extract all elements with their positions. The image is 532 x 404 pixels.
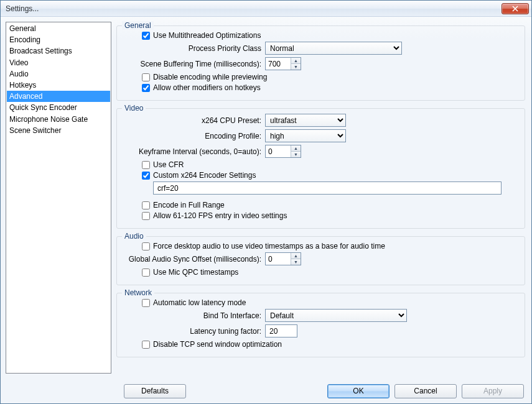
lbl-allow-fps: Allow 61-120 FPS entry in video settings: [153, 211, 287, 220]
chk-cfr[interactable]: [142, 161, 150, 169]
chk-mic-qpc[interactable]: [142, 269, 150, 277]
spin-keyframe-input[interactable]: [266, 145, 291, 157]
lbl-latency: Latency tuning factor:: [123, 327, 265, 336]
input-latency[interactable]: [265, 324, 297, 337]
group-network: Network Automatic low latency mode Bind …: [116, 293, 525, 357]
combo-bind[interactable]: Default: [265, 309, 407, 322]
sidebar: General Encoding Broadcast Settings Vide…: [6, 22, 111, 374]
group-general-legend: General: [122, 21, 154, 30]
chk-auto-low[interactable]: [142, 299, 150, 307]
chk-full-range[interactable]: [142, 201, 150, 209]
chk-custom-x264[interactable]: [142, 172, 150, 180]
group-video-legend: Video: [122, 104, 146, 112]
close-icon: [512, 6, 518, 12]
group-network-legend: Network: [122, 288, 154, 297]
chk-multithreaded[interactable]: [142, 32, 150, 40]
cancel-button[interactable]: Cancel: [394, 384, 457, 398]
sidebar-item-noisegate[interactable]: Microphone Noise Gate: [7, 114, 110, 125]
apply-button[interactable]: Apply: [462, 384, 524, 398]
lbl-bind: Bind To Interface:: [123, 311, 265, 320]
lbl-custom-x264: Custom x264 Encoder Settings: [153, 171, 256, 180]
ok-button[interactable]: OK: [327, 384, 390, 398]
sidebar-item-video[interactable]: Video: [7, 57, 110, 68]
chk-disable-preview[interactable]: [142, 73, 150, 81]
lbl-auto-low: Automatic low latency mode: [153, 298, 246, 307]
close-button[interactable]: [502, 3, 529, 14]
spin-down-icon[interactable]: ▼: [291, 64, 301, 70]
lbl-cfr: Use CFR: [153, 160, 184, 169]
titlebar: Settings...: [1, 1, 531, 17]
sidebar-item-audio[interactable]: Audio: [7, 68, 110, 80]
combo-preset[interactable]: ultrafast: [265, 114, 346, 127]
lbl-force-ts: Force desktop audio to use video timesta…: [153, 242, 385, 250]
lbl-allow-modifiers: Allow other modifiers on hotkeys: [153, 83, 261, 92]
lbl-buffer: Scene Buffering Time (milliseconds):: [123, 60, 265, 68]
group-audio-legend: Audio: [122, 232, 146, 241]
sidebar-item-quicksync[interactable]: Quick Sync Encoder: [7, 102, 110, 113]
sidebar-item-hotkeys[interactable]: Hotkeys: [7, 80, 110, 91]
lbl-priority: Process Priority Class: [123, 44, 265, 53]
combo-priority[interactable]: Normal: [265, 42, 402, 55]
chk-force-ts[interactable]: [142, 242, 150, 250]
lbl-profile: Encoding Profile:: [123, 132, 265, 140]
group-video: Video x264 CPU Preset: ultrafast Encodin…: [116, 108, 525, 229]
lbl-mic-qpc: Use Mic QPC timestamps: [153, 268, 238, 277]
sidebar-item-general[interactable]: General: [7, 23, 110, 34]
spin-keyframe[interactable]: ▲▼: [265, 145, 301, 158]
lbl-preset: x264 CPU Preset:: [123, 116, 265, 125]
defaults-button[interactable]: Defaults: [124, 384, 186, 398]
spin-sync[interactable]: ▲▼: [265, 252, 301, 265]
spin-buffer[interactable]: ▲▼: [265, 57, 301, 70]
spin-down-icon[interactable]: ▼: [291, 259, 301, 265]
sidebar-item-sceneswitcher[interactable]: Scene Switcher: [7, 125, 110, 136]
sidebar-item-broadcast[interactable]: Broadcast Settings: [7, 45, 110, 57]
input-custom-x264[interactable]: [153, 181, 502, 195]
sidebar-item-advanced[interactable]: Advanced: [7, 91, 110, 102]
group-audio: Audio Force desktop audio to use video t…: [116, 236, 525, 285]
chk-allow-modifiers[interactable]: [142, 84, 150, 92]
group-general: General Use Multithreaded Optimizations …: [116, 25, 525, 101]
spin-up-icon[interactable]: ▲: [291, 253, 301, 259]
lbl-keyframe: Keyframe Interval (seconds, 0=auto):: [123, 147, 265, 156]
spin-sync-input[interactable]: [266, 253, 291, 265]
chk-allow-fps[interactable]: [142, 212, 150, 220]
window-title: Settings...: [6, 4, 502, 13]
spin-buffer-input[interactable]: [266, 58, 291, 70]
spin-up-icon[interactable]: ▲: [291, 58, 301, 64]
lbl-multithreaded: Use Multithreaded Optimizations: [153, 31, 261, 40]
lbl-disable-tcp: Disable TCP send window optimization: [153, 340, 282, 349]
combo-profile[interactable]: high: [265, 129, 346, 142]
spin-down-icon[interactable]: ▼: [291, 152, 301, 157]
lbl-sync: Global Audio Sync Offset (milliseconds):: [123, 255, 265, 264]
sidebar-item-encoding[interactable]: Encoding: [7, 34, 110, 45]
spin-up-icon[interactable]: ▲: [291, 145, 301, 152]
chk-disable-tcp[interactable]: [142, 341, 150, 349]
lbl-full-range: Encode in Full Range: [153, 201, 225, 209]
lbl-disable-preview: Disable encoding while previewing: [153, 73, 267, 81]
footer: Defaults OK Cancel Apply: [1, 379, 531, 403]
